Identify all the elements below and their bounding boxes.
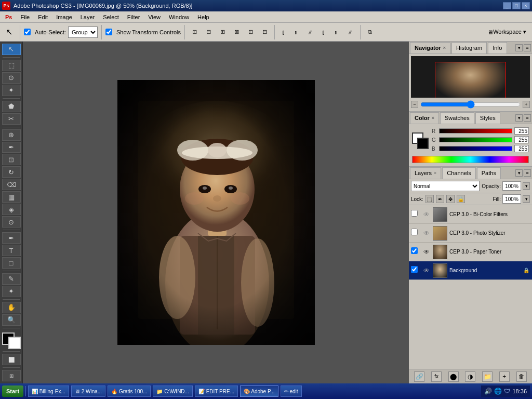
menu-ps-icon[interactable]: Ps xyxy=(1,11,16,23)
start-button[interactable]: Start xyxy=(2,385,23,397)
link-layers-button[interactable]: 🔗 xyxy=(414,371,424,382)
maximize-button[interactable]: □ xyxy=(512,2,521,9)
healing-brush-tool[interactable]: ⊕ xyxy=(2,129,21,141)
green-slider-track[interactable] xyxy=(439,137,512,142)
eyedropper-tool[interactable]: ✦ xyxy=(2,286,21,297)
magic-wand-tool[interactable]: ✦ xyxy=(2,85,21,96)
gradient-tool[interactable]: ▦ xyxy=(2,191,21,203)
tab-color[interactable]: Color × xyxy=(410,112,439,124)
distribute-center-button[interactable]: ⫾ xyxy=(291,25,301,39)
eye-icon-3[interactable]: 👁 xyxy=(422,248,431,256)
new-adjustment-button[interactable]: ◑ xyxy=(465,371,475,382)
lasso-tool[interactable]: ⊙ xyxy=(2,72,21,84)
fill-input[interactable] xyxy=(502,194,521,204)
opacity-input[interactable] xyxy=(502,181,521,191)
distribute-bottom-button[interactable]: ⫽ xyxy=(343,25,356,39)
add-mask-button[interactable]: ⬤ xyxy=(448,371,459,382)
opacity-arrow[interactable]: ▾ xyxy=(523,182,530,190)
workspace-button[interactable]: 🖥 Workspace ▾ xyxy=(484,25,530,39)
eye-icon-2[interactable]: 👁 xyxy=(422,229,431,237)
color-panel-collapse[interactable]: ▾ xyxy=(515,114,523,122)
blend-mode-select[interactable]: Normal Multiply Screen Overlay xyxy=(411,181,480,191)
delete-layer-button[interactable]: 🗑 xyxy=(516,371,527,382)
eye-icon-1[interactable]: 👁 xyxy=(422,210,431,219)
eraser-tool[interactable]: ⌫ xyxy=(2,179,21,190)
background-swatch[interactable] xyxy=(417,138,429,149)
lock-all-icon[interactable]: 🔒 xyxy=(457,195,465,203)
layer-row[interactable]: 👁 CEP 3.0 - Paper Toner xyxy=(409,243,532,261)
align-center-button[interactable]: ⊟ xyxy=(203,25,215,39)
background-color[interactable] xyxy=(8,337,21,349)
tab-channels[interactable]: Channels xyxy=(442,167,475,179)
slice-tool[interactable]: ✂ xyxy=(2,113,21,125)
eye-icon-4[interactable]: 👁 xyxy=(422,267,431,275)
zoom-slider[interactable] xyxy=(420,102,521,107)
layers-panel-menu[interactable]: ≡ xyxy=(524,169,531,177)
distribute-left-button[interactable]: ⫿ xyxy=(278,25,289,39)
visibility-checkbox-4[interactable] xyxy=(411,266,420,275)
menu-help[interactable]: Help xyxy=(193,11,214,23)
notes-tool[interactable]: ✎ xyxy=(2,273,21,285)
red-slider-track[interactable] xyxy=(439,128,512,134)
move-tool[interactable]: ↖ xyxy=(2,44,21,55)
color-panel-menu[interactable]: ≡ xyxy=(524,114,531,122)
lock-transparent-icon[interactable]: ⬚ xyxy=(425,195,434,203)
layer-row[interactable]: 👁 CEP 3.0 - Bi-Color Filters xyxy=(409,205,532,224)
rectangular-marquee-tool[interactable]: ⬚ xyxy=(2,60,21,71)
menu-image[interactable]: Image xyxy=(52,11,76,23)
tab-histogram[interactable]: Histogram xyxy=(451,42,487,54)
tab-navigator[interactable]: Navigator × xyxy=(410,42,450,54)
new-group-button[interactable]: 📁 xyxy=(482,371,493,382)
menu-view[interactable]: View xyxy=(144,11,165,23)
tab-layers[interactable]: Layers × xyxy=(410,167,441,179)
menu-edit[interactable]: Edit xyxy=(34,11,52,23)
tab-info[interactable]: Info xyxy=(488,42,507,54)
red-value-input[interactable] xyxy=(514,127,529,135)
layers-panel-collapse[interactable]: ▾ xyxy=(515,169,523,177)
color-spectrum-bar[interactable] xyxy=(412,156,529,163)
layer-row[interactable]: 👁 CEP 3.0 - Photo Stylizer xyxy=(409,224,532,243)
distribute-middle-button[interactable]: ⫾ xyxy=(331,25,341,39)
menu-file[interactable]: File xyxy=(16,11,34,23)
green-value-input[interactable] xyxy=(514,136,529,143)
lock-position-icon[interactable]: ✥ xyxy=(446,195,455,203)
distribute-top-button[interactable]: ⫿ xyxy=(318,25,329,39)
menu-select[interactable]: Select xyxy=(99,11,123,23)
align-left-button[interactable]: ⊡ xyxy=(189,25,201,39)
visibility-checkbox-2[interactable] xyxy=(411,229,420,238)
screen-mode-button[interactable]: ⊞ xyxy=(2,370,21,381)
lock-image-icon[interactable]: ✒ xyxy=(436,195,444,203)
tab-styles[interactable]: Styles xyxy=(475,112,500,124)
auto-select-checkbox[interactable] xyxy=(24,29,31,35)
layer-row-active[interactable]: 👁 Background 🔒 xyxy=(409,261,532,280)
shape-tool[interactable]: □ xyxy=(2,257,21,269)
tab-paths[interactable]: Paths xyxy=(477,167,501,179)
menu-filter[interactable]: Filter xyxy=(123,11,144,23)
taskbar-item-adobe[interactable]: 🎨 Adobe P... xyxy=(240,385,278,397)
menu-layer[interactable]: Layer xyxy=(76,11,99,23)
history-brush-tool[interactable]: ↻ xyxy=(2,166,21,178)
show-transform-checkbox[interactable] xyxy=(105,29,112,35)
taskbar-item-cwind[interactable]: 📁 C:\WIND... xyxy=(153,385,193,397)
distribute-right-button[interactable]: ⫽ xyxy=(303,25,316,39)
panel-menu-button[interactable]: ≡ xyxy=(524,44,531,51)
panel-collapse-button[interactable]: ▾ xyxy=(515,44,523,51)
zoom-out-button[interactable]: − xyxy=(411,101,418,108)
taskbar-item-wina[interactable]: 🖥 2 Wina... xyxy=(71,385,105,397)
align-middle-button[interactable]: ⊡ xyxy=(245,25,257,39)
align-bottom-button[interactable]: ⊟ xyxy=(259,25,271,39)
hand-tool[interactable]: ✋ xyxy=(2,302,21,313)
auto-align-button[interactable]: ⧉ xyxy=(364,25,376,39)
auto-select-dropdown[interactable]: Group Layer xyxy=(68,26,98,38)
zoom-tool[interactable]: 🔍 xyxy=(2,314,21,326)
align-top-button[interactable]: ⊠ xyxy=(231,25,243,39)
visibility-checkbox-1[interactable] xyxy=(411,210,420,219)
visibility-checkbox-3[interactable] xyxy=(411,247,420,257)
blur-tool[interactable]: ◈ xyxy=(2,204,21,215)
new-layer-button[interactable]: + xyxy=(499,371,510,382)
fx-button[interactable]: fx xyxy=(431,371,442,382)
dodge-tool[interactable]: ⊙ xyxy=(2,216,21,228)
align-right-button[interactable]: ⊞ xyxy=(217,25,229,39)
taskbar-item-billing[interactable]: 📊 Billing-Ex... xyxy=(28,385,69,397)
fill-arrow[interactable]: ▾ xyxy=(523,195,530,203)
